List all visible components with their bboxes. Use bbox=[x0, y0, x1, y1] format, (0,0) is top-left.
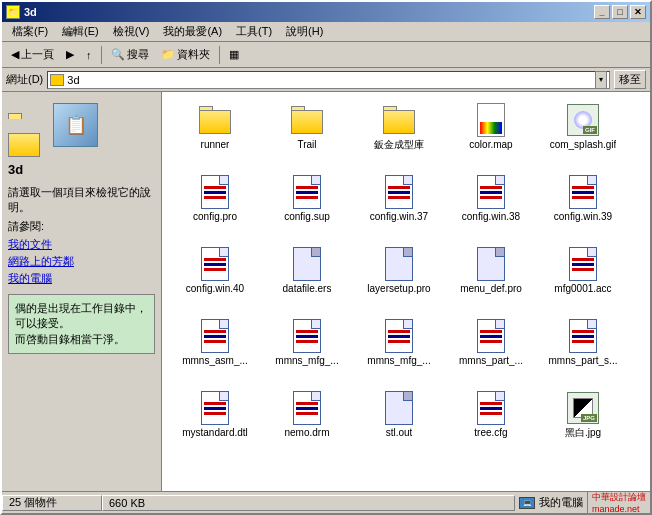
file-item-tree[interactable]: tree.cfg bbox=[446, 388, 536, 458]
file-icon-mystandard bbox=[199, 392, 231, 424]
pro-icon bbox=[385, 391, 413, 425]
status-size: 660 KB bbox=[102, 495, 515, 511]
link-my-computer[interactable]: 我的電腦 bbox=[8, 271, 155, 286]
file-item-config-win37[interactable]: config.win.37 bbox=[354, 172, 444, 242]
file-item-mmns-mfg1[interactable]: mmns_mfg_... bbox=[262, 316, 352, 386]
config-icon bbox=[569, 175, 597, 209]
file-icon-layersetup bbox=[383, 248, 415, 280]
folders-button[interactable]: 📁 資料夾 bbox=[156, 44, 215, 66]
file-icon-mmns-mfg2 bbox=[383, 320, 415, 352]
file-icon-config-win37 bbox=[383, 176, 415, 208]
file-item-colormap[interactable]: color.map bbox=[446, 100, 536, 170]
file-icon-config-win39 bbox=[567, 176, 599, 208]
pro-icon bbox=[477, 247, 505, 281]
file-item-config-win40[interactable]: config.win.40 bbox=[170, 244, 260, 314]
file-item-mystandard[interactable]: mystandard.dtl bbox=[170, 388, 260, 458]
back-icon: ◀ bbox=[11, 48, 19, 61]
link-my-docs[interactable]: 我的文件 bbox=[8, 237, 155, 252]
file-label-nemo: nemo.drm bbox=[284, 427, 329, 439]
addressbar-value: 3d bbox=[67, 74, 595, 86]
addressbar-dropdown[interactable]: ▾ bbox=[595, 71, 607, 89]
file-icon-cosplash: GIF bbox=[567, 104, 599, 136]
file-icon-config-win38 bbox=[475, 176, 507, 208]
file-label-mmns-part1: mmns_part_... bbox=[459, 355, 523, 367]
views-button[interactable]: ▦ bbox=[224, 44, 244, 66]
menu-file[interactable]: 檔案(F) bbox=[6, 22, 54, 41]
file-icon-mfg0001 bbox=[567, 248, 599, 280]
config-icon bbox=[569, 319, 597, 353]
file-item-mmns-part1[interactable]: mmns_part_... bbox=[446, 316, 536, 386]
file-icon-runner bbox=[199, 104, 231, 136]
file-item-layersetup[interactable]: layersetup.pro bbox=[354, 244, 444, 314]
objects-count: 25 個物件 bbox=[9, 495, 57, 510]
see-also-section: 請參閱: 我的文件 網路上的芳鄰 我的電腦 bbox=[8, 219, 155, 286]
up-button[interactable]: ↑ bbox=[81, 44, 97, 66]
file-item-config-win39[interactable]: config.win.39 bbox=[538, 172, 628, 242]
file-item-stl[interactable]: stl.out bbox=[354, 388, 444, 458]
file-item-blackwhite[interactable]: JPG 黑白.jpg bbox=[538, 388, 628, 458]
file-item-menudef[interactable]: menu_def.pro bbox=[446, 244, 536, 314]
folder-preview: 📋 bbox=[8, 98, 155, 158]
file-icon-colormap bbox=[475, 104, 507, 136]
file-item-mmns-asm[interactable]: mmns_asm_... bbox=[170, 316, 260, 386]
window-icon: 📁 bbox=[6, 5, 20, 19]
file-item-cosplash[interactable]: GIF com_splash.gif bbox=[538, 100, 628, 170]
file-label-mmns-part2: mmns_part_s... bbox=[549, 355, 618, 367]
menu-edit[interactable]: 編輯(E) bbox=[56, 22, 105, 41]
menu-favorites[interactable]: 我的最愛(A) bbox=[157, 22, 228, 41]
menu-view[interactable]: 檢視(V) bbox=[107, 22, 156, 41]
file-item-mmns-part2[interactable]: mmns_part_s... bbox=[538, 316, 628, 386]
titlebar: 📁 3d _ □ ✕ bbox=[2, 2, 650, 22]
folder-icon bbox=[199, 106, 231, 134]
window: 📁 3d _ □ ✕ 檔案(F) 編輯(E) 檢視(V) 我的最愛(A) 工具(… bbox=[0, 0, 652, 515]
folders-icon: 📁 bbox=[161, 48, 175, 61]
content-area: 📋 3d 請選取一個項目來檢視它的說明。 請參閱: 我的文件 網路上的芳鄰 我的… bbox=[2, 92, 650, 491]
file-icon-tree bbox=[475, 392, 507, 424]
link-my-network[interactable]: 網路上的芳鄰 bbox=[8, 254, 155, 269]
separator-2 bbox=[219, 46, 220, 64]
file-item-datafile[interactable]: datafile.ers bbox=[262, 244, 352, 314]
menu-help[interactable]: 說明(H) bbox=[280, 22, 329, 41]
file-item-runner[interactable]: runner bbox=[170, 100, 260, 170]
config-icon bbox=[293, 319, 321, 353]
menu-tools[interactable]: 工具(T) bbox=[230, 22, 278, 41]
config-icon bbox=[201, 319, 229, 353]
back-label: 上一頁 bbox=[21, 47, 54, 62]
file-label-menudef: menu_def.pro bbox=[460, 283, 522, 295]
file-icon-sheetmetal bbox=[383, 104, 415, 136]
config-icon bbox=[201, 247, 229, 281]
maximize-button[interactable]: □ bbox=[612, 5, 628, 19]
minimize-button[interactable]: _ bbox=[594, 5, 610, 19]
forward-button[interactable]: ▶ bbox=[61, 44, 79, 66]
pro-icon bbox=[385, 247, 413, 281]
file-label-stl: stl.out bbox=[386, 427, 413, 439]
file-icon-datafile bbox=[291, 248, 323, 280]
file-label-config-win37: config.win.37 bbox=[370, 211, 428, 223]
file-label-blackwhite: 黑白.jpg bbox=[565, 427, 601, 439]
file-item-config-win38[interactable]: config.win.38 bbox=[446, 172, 536, 242]
folder-tab bbox=[8, 113, 22, 119]
search-button[interactable]: 🔍 搜尋 bbox=[106, 44, 154, 66]
jpg-icon: JPG bbox=[567, 392, 599, 424]
addressbar-input-wrap[interactable]: 3d ▾ bbox=[47, 71, 610, 89]
file-item-mmns-mfg2[interactable]: mmns_mfg_... bbox=[354, 316, 444, 386]
close-button[interactable]: ✕ bbox=[630, 5, 646, 19]
file-label-sheetmetal: 鈑金成型庫 bbox=[374, 139, 424, 151]
file-item-mfg0001[interactable]: mfg0001.acc bbox=[538, 244, 628, 314]
config-icon bbox=[477, 319, 505, 353]
file-icon-nemo bbox=[291, 392, 323, 424]
file-item-sheetmetal[interactable]: 鈑金成型庫 bbox=[354, 100, 444, 170]
go-button[interactable]: 移至 bbox=[614, 70, 646, 89]
file-item-nemo[interactable]: nemo.drm bbox=[262, 388, 352, 458]
file-item-config-pro[interactable]: config.pro bbox=[170, 172, 260, 242]
file-item-trail[interactable]: Trail bbox=[262, 100, 352, 170]
back-button[interactable]: ◀ 上一頁 bbox=[6, 44, 59, 66]
file-item-config-sup[interactable]: config.sup bbox=[262, 172, 352, 242]
file-label-cosplash: com_splash.gif bbox=[550, 139, 617, 151]
file-label-mystandard: mystandard.dtl bbox=[182, 427, 248, 439]
info-box: 偶的是出現在工作目錄中，可以接受。而啓動目錄相當干淨。 bbox=[8, 294, 155, 354]
file-icon-config-win40 bbox=[199, 248, 231, 280]
forward-icon: ▶ bbox=[66, 48, 74, 61]
file-icon-trail bbox=[291, 104, 323, 136]
addressbar: 網址(D) 3d ▾ 移至 bbox=[2, 68, 650, 92]
